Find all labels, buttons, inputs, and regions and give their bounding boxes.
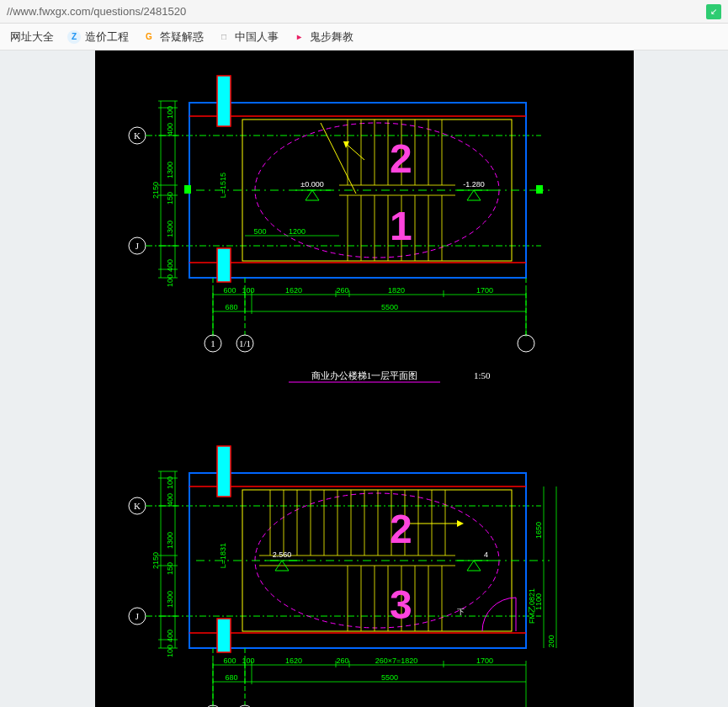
bookmark-label: 鬼步舞教	[310, 29, 353, 45]
svg-text:260: 260	[336, 286, 348, 295]
svg-text:L=1515: L=1515	[219, 173, 227, 198]
svg-text:2150: 2150	[151, 552, 160, 569]
svg-text:100: 100	[166, 106, 174, 119]
svg-text:150: 150	[166, 192, 174, 205]
svg-text:K: K	[134, 130, 141, 141]
svg-text:260×7=1820: 260×7=1820	[375, 656, 417, 665]
bookmark-label: 网址大全	[10, 29, 54, 45]
svg-text:4: 4	[484, 550, 488, 559]
svg-text:1700: 1700	[476, 286, 492, 295]
bookmark-item[interactable]: ▸ 鬼步舞教	[285, 24, 360, 50]
svg-point-89	[518, 335, 534, 352]
svg-rect-61	[536, 185, 543, 194]
svg-text:1820: 1820	[387, 286, 404, 295]
page-content: K J 100 400 1300 150 1300 400 100 2150	[0, 50, 728, 707]
svg-marker-51	[343, 141, 349, 148]
svg-rect-27	[217, 76, 231, 126]
svg-text:100: 100	[166, 645, 174, 657]
bookmark-item[interactable]: 网址大全	[3, 24, 61, 50]
bookmark-icon: Z	[67, 30, 81, 44]
svg-text:J: J	[135, 611, 139, 621]
svg-text:FM乙0821: FM乙0821	[528, 588, 536, 624]
svg-text:K: K	[134, 501, 141, 511]
svg-text:1700: 1700	[476, 656, 492, 665]
svg-text:-1.280: -1.280	[463, 180, 485, 189]
svg-text:400: 400	[166, 259, 174, 272]
svg-text:500: 500	[253, 227, 266, 236]
svg-text:1300: 1300	[166, 532, 174, 549]
cad-drawing-viewport[interactable]: K J 100 400 1300 150 1300 400 100 2150	[95, 50, 634, 707]
ssl-badge-icon[interactable]: ↙	[706, 4, 721, 19]
svg-text:400: 400	[166, 493, 174, 506]
svg-text:100: 100	[242, 656, 254, 665]
bookmarks-bar: 网址大全 Z 造价工程 G 答疑解惑 □ 中国人事 ▸ 鬼步舞教	[0, 24, 728, 50]
svg-text:200: 200	[547, 635, 555, 647]
svg-text:±0.000: ±0.000	[300, 180, 323, 189]
svg-rect-122	[217, 619, 231, 652]
svg-rect-121	[217, 446, 231, 497]
cad-svg: K J 100 400 1300 150 1300 400 100 2150	[95, 50, 634, 707]
bookmark-icon: G	[142, 30, 156, 44]
svg-rect-60	[184, 185, 191, 194]
bookmark-label: 答疑解惑	[160, 29, 204, 45]
svg-text:100: 100	[242, 286, 254, 295]
bookmark-item[interactable]: □ 中国人事	[210, 24, 285, 50]
svg-text:400: 400	[166, 123, 174, 136]
bookmark-label: 造价工程	[85, 29, 129, 45]
svg-text:1300: 1300	[166, 221, 174, 237]
svg-text:1: 1	[210, 338, 215, 348]
url-text: //www.fwxgx.com/questions/2481520	[7, 5, 706, 18]
svg-text:680: 680	[225, 303, 237, 311]
bookmark-label: 中国人事	[235, 29, 279, 45]
svg-marker-161	[467, 561, 481, 571]
svg-text:1300: 1300	[166, 162, 174, 178]
svg-text:5500: 5500	[380, 303, 397, 311]
svg-text:1200: 1200	[288, 227, 305, 236]
svg-text:1: 1	[390, 204, 412, 248]
svg-text:2150: 2150	[151, 182, 160, 199]
drawing-1-group: K J 100 400 1300 150 1300 400 100 2150	[129, 76, 550, 382]
svg-text:260: 260	[336, 656, 348, 665]
svg-text:1650: 1650	[534, 522, 543, 539]
bookmark-icon: ▸	[292, 30, 306, 44]
svg-text:J: J	[135, 241, 139, 251]
svg-marker-57	[467, 190, 481, 200]
svg-text:5500: 5500	[380, 673, 397, 682]
svg-text:1300: 1300	[166, 591, 174, 608]
svg-text:2: 2	[390, 136, 412, 181]
svg-text:1620: 1620	[284, 286, 301, 295]
url-bar[interactable]: //www.fwxgx.com/questions/2481520 ↙	[0, 0, 728, 24]
svg-line-49	[321, 123, 356, 194]
svg-marker-54	[306, 190, 319, 200]
svg-text:100: 100	[166, 476, 174, 489]
svg-text:400: 400	[166, 630, 174, 642]
svg-text:1:50: 1:50	[474, 370, 491, 380]
svg-marker-166	[457, 520, 464, 527]
bookmark-item[interactable]: Z 造价工程	[61, 24, 136, 50]
svg-rect-28	[217, 248, 231, 282]
svg-text:1/1: 1/1	[238, 338, 250, 348]
svg-text:下: 下	[457, 608, 465, 616]
bookmark-icon: □	[217, 30, 231, 44]
svg-text:L=1831: L=1831	[219, 543, 227, 568]
svg-text:600: 600	[223, 286, 236, 295]
svg-text:3: 3	[390, 582, 412, 627]
drawing1-title: 商业办公楼梯1一层平面图	[311, 370, 417, 380]
svg-text:2: 2	[390, 507, 412, 551]
bookmark-item[interactable]: G 答疑解惑	[136, 24, 210, 50]
svg-text:1620: 1620	[284, 656, 301, 665]
svg-text:2.560: 2.560	[272, 550, 291, 559]
svg-text:150: 150	[166, 562, 174, 575]
drawing-2-group: K J 100 400 1300 150 1300 400 100 2150	[129, 446, 556, 707]
svg-text:100: 100	[166, 274, 174, 287]
svg-text:680: 680	[225, 673, 237, 682]
svg-text:600: 600	[223, 656, 236, 665]
